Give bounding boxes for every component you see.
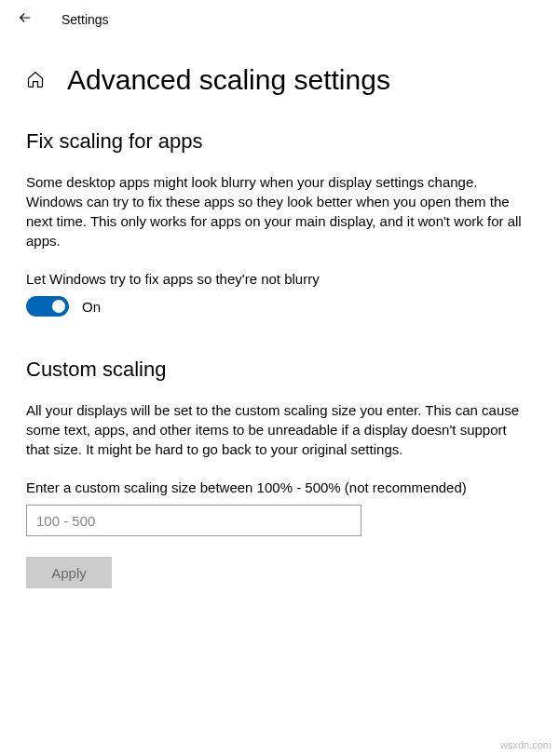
custom-scaling-input[interactable] [26,505,361,536]
app-title: Settings [61,12,109,27]
fix-scaling-description: Some desktop apps might look blurry when… [26,172,529,250]
title-row: Advanced scaling settings [26,64,533,96]
page-title: Advanced scaling settings [67,64,390,96]
section-fix-scaling-title: Fix scaling for apps [26,129,533,154]
toggle-state-text: On [82,299,101,315]
custom-scaling-description: All your displays will be set to the cus… [26,400,529,459]
watermark: wsxdn.com [500,739,552,750]
content-area: Advanced scaling settings Fix scaling fo… [0,38,559,588]
toggle-label: Let Windows try to fix apps so they're n… [26,271,533,287]
section-custom-scaling-title: Custom scaling [26,358,533,382]
toggle-row: On [26,296,533,317]
custom-scaling-input-label: Enter a custom scaling size between 100%… [26,479,533,495]
home-icon[interactable] [26,70,45,91]
fix-blurry-toggle[interactable] [26,296,69,317]
toggle-knob [52,300,65,313]
apply-button[interactable]: Apply [26,557,112,588]
back-arrow-icon[interactable] [17,9,34,29]
header-bar: Settings [0,0,559,38]
